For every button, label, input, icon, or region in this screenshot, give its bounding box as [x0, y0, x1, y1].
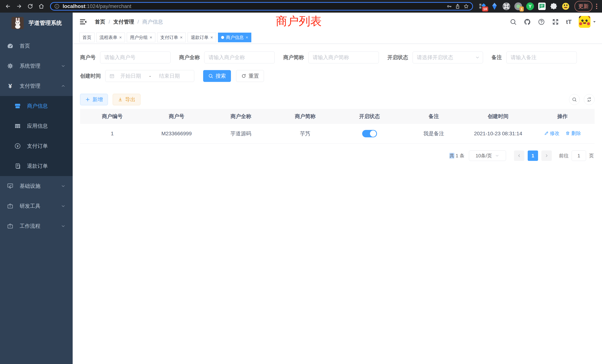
extension-grid-diamond-icon[interactable]: 10 [479, 2, 487, 10]
edit-link[interactable]: 修改 [544, 130, 559, 137]
sidebar-collapse-icon[interactable] [79, 18, 87, 26]
sidebar-item-label: 退款订单 [27, 162, 48, 170]
tab-user-group[interactable]: 用户分组 × [127, 33, 155, 42]
date-separator: - [149, 73, 151, 79]
header-search-icon[interactable] [510, 18, 517, 25]
sidebar-item-label: 研发工具 [20, 203, 40, 210]
tags-view-bar: 首页 流程表单 × 用户分组 × 支付订单 × 退款订单 × [73, 31, 602, 44]
sidebar-item-dev-tools[interactable]: 研发工具 [0, 196, 73, 216]
show-search-toggle-button[interactable] [569, 94, 580, 105]
fullscreen-icon[interactable] [552, 18, 559, 25]
close-icon[interactable]: × [210, 35, 213, 40]
github-icon[interactable] [524, 18, 531, 25]
close-icon[interactable]: × [119, 35, 122, 40]
chrome-update-button[interactable]: 更新 [575, 1, 592, 12]
total-prefix: 共 [450, 153, 454, 159]
sidebar-item-label: 工作流程 [20, 223, 40, 230]
extension-badge: 10 [482, 7, 488, 11]
password-key-icon[interactable] [446, 3, 452, 9]
sidebar-item-infrastructure[interactable]: 基础设施 [0, 176, 73, 196]
start-date-placeholder: 开始日期 [120, 73, 141, 79]
search-button-label: 搜索 [215, 73, 226, 79]
sidebar-item-payment[interactable]: ¥ 支付管理 [0, 76, 73, 96]
extension-command-icon[interactable] [502, 2, 510, 10]
sidebar-item-workflow[interactable]: 工作流程 [0, 216, 73, 236]
refresh-icon [241, 73, 246, 79]
browser-forward-button[interactable] [14, 1, 24, 11]
reset-button[interactable]: 重置 [236, 70, 264, 82]
sidebar-item-label: 支付订单 [27, 142, 48, 150]
extension-y-icon[interactable]: Y [526, 2, 534, 10]
remark-input[interactable] [506, 52, 577, 63]
app-logo[interactable]: 芋道管理系统 [0, 13, 73, 33]
payment-submenu: 商户信息 应用信息 ¥ 支付订单 [0, 96, 73, 176]
merchant-table: 商户编号 商户号 商户全称 商户简称 开启状态 备注 创建时间 操作 1 M23… [80, 109, 595, 143]
page-info-icon[interactable] [54, 3, 60, 9]
sidebar-item-app-info[interactable]: 应用信息 [0, 116, 73, 136]
profile-emoji-icon[interactable] [562, 2, 570, 10]
tab-pay-order[interactable]: 支付订单 × [157, 33, 186, 42]
extension-dot-circle-icon[interactable]: 1 [514, 2, 522, 10]
svg-text:¥: ¥ [17, 144, 19, 148]
cell-status [337, 130, 402, 137]
tab-merchant-info[interactable]: 商户信息 × [218, 33, 251, 42]
export-button-label: 导出 [125, 96, 136, 103]
extensions-puzzle-icon[interactable] [550, 2, 558, 10]
next-page-button[interactable] [541, 150, 552, 161]
briefcase-icon [6, 203, 14, 209]
goto-label: 前往 [559, 152, 569, 159]
cell-actions: 修改 删除 [530, 130, 595, 137]
filter-label: 创建时间 [80, 73, 101, 79]
search-button[interactable]: 搜索 [203, 70, 231, 82]
total-count: 1 [456, 153, 458, 159]
extension-kite-icon[interactable] [490, 2, 499, 10]
browser-home-button[interactable] [36, 1, 46, 11]
refresh-table-button[interactable] [584, 94, 595, 105]
sidebar-item-system[interactable]: 系统管理 [0, 56, 73, 76]
date-range-picker[interactable]: 开始日期 - 结束日期 [105, 70, 194, 82]
address-bar[interactable]: localhost:1024/pay/merchant [50, 2, 473, 11]
short-name-input[interactable] [308, 52, 379, 63]
page-size-select[interactable]: 10条/页 [469, 150, 506, 161]
bookmark-star-icon[interactable] [463, 3, 469, 9]
status-toggle[interactable] [362, 130, 377, 137]
reset-button-label: 重置 [248, 73, 259, 79]
page-number-1[interactable]: 1 [528, 150, 538, 161]
close-icon[interactable]: × [150, 35, 152, 40]
full-name-input[interactable] [204, 52, 275, 63]
share-icon[interactable] [455, 3, 460, 9]
calendar-icon [109, 73, 115, 79]
column-header: 开启状态 [337, 113, 402, 120]
help-icon[interactable] [538, 18, 545, 25]
goto-page-input[interactable] [572, 150, 586, 161]
breadcrumb-home[interactable]: 首页 [95, 18, 105, 25]
sidebar-item-home[interactable]: 首页 [0, 36, 73, 56]
sidebar-item-pay-order[interactable]: ¥ 支付订单 [0, 136, 73, 156]
add-button[interactable]: 新增 [80, 94, 108, 105]
close-icon[interactable]: × [180, 35, 183, 40]
sidebar-item-merchant-info[interactable]: 商户信息 [0, 96, 73, 116]
merchant-no-input[interactable] [100, 52, 171, 63]
tab-home[interactable]: 首页 [79, 33, 95, 42]
delete-link[interactable]: 删除 [565, 130, 581, 137]
breadcrumb-payment[interactable]: 支付管理 [113, 18, 134, 25]
export-button[interactable]: 导出 [113, 94, 140, 105]
prev-page-button[interactable] [514, 150, 524, 161]
font-size-icon[interactable]: tT [566, 19, 572, 25]
extension-chat-icon[interactable] [538, 2, 546, 10]
top-navbar: 首页 / 支付管理 / 商户信息 tT [73, 13, 602, 31]
browser-menu-kebab-icon[interactable] [594, 4, 599, 9]
browser-reload-button[interactable] [25, 1, 35, 11]
sidebar-item-refund-order[interactable]: 退款订单 [0, 156, 73, 176]
close-icon[interactable]: × [246, 35, 248, 40]
tab-process-form[interactable]: 流程表单 × [96, 33, 125, 42]
sidebar-item-label: 基础设施 [20, 182, 40, 190]
trash-icon [565, 131, 570, 136]
refresh-icon [587, 97, 592, 102]
browser-back-button[interactable] [3, 1, 13, 11]
chevron-down-icon [61, 184, 66, 189]
user-menu[interactable] [579, 16, 596, 28]
home-icon [38, 3, 44, 9]
status-select[interactable]: 请选择开启状态 [413, 52, 483, 63]
tab-refund-order[interactable]: 退款订单 × [188, 33, 216, 42]
